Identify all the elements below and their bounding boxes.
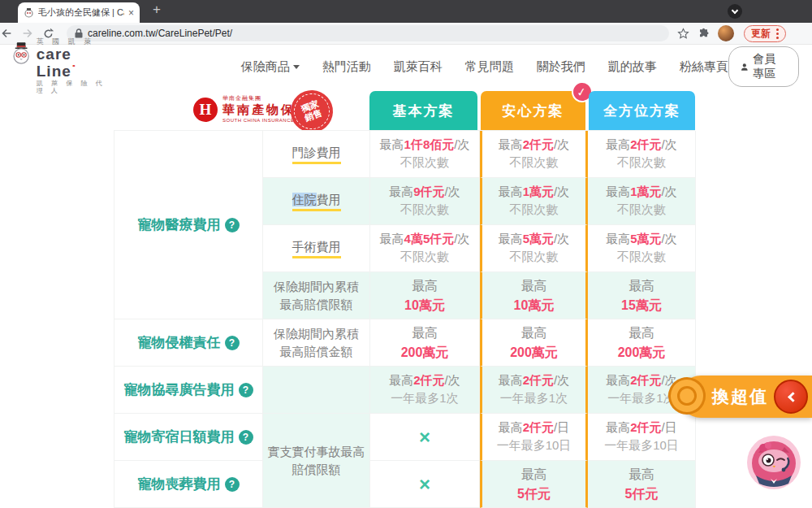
chevron-down-icon: [293, 65, 300, 69]
item-outpatient: 門診費用: [263, 131, 370, 178]
item-cumulative-limit: 保險期間內累積最高賠償限額: [263, 272, 370, 319]
plan-value-cell: 最高10萬元: [480, 272, 588, 319]
nav-encyclopedia[interactable]: 凱萊百科: [394, 59, 443, 75]
help-icon[interactable]: ?: [239, 383, 253, 397]
browser-toolbar: careline.com.tw/CareLinePet/Pet/ 更新: [0, 23, 812, 45]
tab-search-icon[interactable]: [728, 4, 742, 19]
collapse-arrow-button[interactable]: [774, 380, 808, 414]
plan-value-cell: 最高200萬元: [480, 319, 588, 367]
redeem-value-button[interactable]: 換超值: [680, 376, 812, 418]
member-label: 會員專區: [753, 52, 787, 81]
help-icon[interactable]: ?: [225, 336, 240, 350]
new-tab-button[interactable]: +: [153, 2, 161, 18]
address-bar[interactable]: careline.com.tw/CareLinePet/Pet/: [67, 25, 669, 41]
careline-logo[interactable]: 英 國 凱 萊 care Line˙ 凱 萊 保 險 代 理 人: [11, 38, 111, 94]
tab-title: 毛小孩的全民健保 | Care Line 英: [38, 7, 124, 19]
member-area-button[interactable]: 會員專區: [728, 46, 799, 87]
plan-value-cell: 最高15萬元: [588, 272, 696, 319]
main-nav: 保險商品 熱門活動 凱萊百科 常見問題 關於我們 凱的故事 粉絲專頁: [241, 59, 728, 75]
category-pet-funeral: 寵物喪葬費用?: [114, 461, 263, 508]
category-pet-liability: 寵物侵權責任?: [114, 319, 263, 367]
nav-story[interactable]: 凱的故事: [608, 59, 657, 75]
help-icon[interactable]: ?: [225, 477, 240, 492]
plan-value-cell: 最高200萬元: [370, 319, 480, 367]
text-selection: 住院: [292, 193, 317, 206]
extensions-puzzle-icon[interactable]: [698, 28, 710, 40]
comparison-table: 寵物醫療費用? 寵物侵權責任? 寵物協尋廣告費用? 寵物寄宿日額費用? 寵物喪葬…: [114, 130, 695, 508]
item-empty: [263, 367, 370, 414]
site-header: 英 國 凱 萊 care Line˙ 凱 萊 保 險 代 理 人 保險商品 熱門…: [0, 45, 812, 89]
browser-tab-strip: 毛小孩的全民健保 | Care Line 英 × +: [0, 0, 812, 23]
plan-value-cell: 最高200萬元: [588, 319, 696, 367]
plan-full-label: 全方位方案: [603, 102, 680, 120]
plan-tab-safe[interactable]: 安心方案 ✓: [481, 91, 585, 130]
plan-value-cell: ×: [370, 461, 480, 508]
nav-about[interactable]: 關於我們: [537, 59, 585, 75]
nav-activities[interactable]: 熱門活動: [322, 59, 371, 75]
plan-value-cell: 最高4萬5仟元/次 不限次數: [370, 225, 480, 272]
plan-value-cell: 最高2仟元/次 不限次數: [588, 131, 696, 178]
plan-value-cell: 最高2仟元/日 一年最多10日: [480, 414, 588, 461]
plan-safe-label: 安心方案: [503, 102, 564, 120]
plan-value-cell: 最高5仟元: [480, 461, 588, 508]
url-text: careline.com.tw/CareLinePet/Pet/: [88, 28, 232, 39]
category-pet-search-ad: 寵物協尋廣告費用?: [114, 367, 263, 414]
plan-value-cell: 最高2仟元/日 一年最多10日: [588, 414, 696, 461]
nav-fans[interactable]: 粉絲專頁: [680, 59, 728, 75]
favicon-owl-icon: [24, 7, 34, 18]
owl-mascot-icon: [745, 433, 802, 490]
logo-wordmark: care Line˙: [37, 46, 111, 80]
plan-tab-basic[interactable]: 基本方案: [369, 91, 477, 130]
browser-window: 毛小孩的全民健保 | Care Line 英 × + careline.com.…: [0, 0, 812, 508]
plan-value-cell: 最高5萬元/次 不限次數: [480, 225, 588, 272]
profile-avatar[interactable]: [718, 25, 734, 41]
cta-label: 換超值: [712, 385, 768, 408]
plan-value-cell: ×: [370, 414, 480, 461]
not-covered-icon: ×: [419, 473, 430, 496]
person-icon: [741, 62, 749, 72]
help-icon[interactable]: ?: [239, 430, 253, 445]
plan-tab-full[interactable]: 全方位方案: [589, 91, 695, 130]
bookmark-star-icon[interactable]: [677, 28, 689, 40]
category-pet-boarding: 寵物寄宿日額費用?: [114, 414, 263, 461]
more-menu-icon[interactable]: [776, 33, 779, 35]
plan-value-cell: 最高2仟元/次 一年最多1次: [480, 367, 588, 414]
plan-value-cell: 最高1萬元/次 不限次數: [480, 178, 588, 225]
plan-value-cell: 最高1仟8佰元/次 不限次數: [370, 131, 480, 178]
category-pet-medical: 寵物醫療費用?: [114, 131, 263, 319]
chrome-update-button[interactable]: 更新: [744, 25, 786, 42]
item-hospitalization: 住院費用: [263, 178, 370, 225]
owl-tophat-logo-icon: [11, 38, 32, 69]
plan-value-cell: 最高9仟元/次 不限次數: [370, 178, 480, 225]
plan-value-cell: 最高2仟元/次 不限次數: [480, 131, 588, 178]
tab-close-icon[interactable]: ×: [128, 7, 134, 19]
lock-icon: [75, 28, 83, 38]
nav-products[interactable]: 保險商品: [241, 59, 300, 75]
plan-value-cell: 最高1萬元/次 不限次數: [588, 178, 696, 225]
page-content: 英 國 凱 萊 care Line˙ 凱 萊 保 險 代 理 人 保險商品 熱門…: [0, 45, 812, 508]
help-icon[interactable]: ?: [225, 218, 240, 232]
not-covered-icon: ×: [419, 426, 430, 449]
browser-tab[interactable]: 毛小孩的全民健保 | Care Line 英 ×: [18, 2, 140, 23]
chat-owl-mascot[interactable]: [745, 433, 802, 490]
plan-value-cell: 最高10萬元: [370, 272, 480, 319]
nav-faq[interactable]: 常見問題: [465, 59, 514, 75]
logo-cn-bottom: 凱 萊 保 險 代 理 人: [37, 80, 111, 95]
item-actual-expense-limit: 實支實付事故最高賠償限額: [263, 414, 370, 508]
plan-value-cell: 最高2仟元/次 一年最多1次: [370, 367, 480, 414]
plan-basic-label: 基本方案: [393, 102, 455, 120]
plan-value-cell: 最高5仟元: [588, 461, 696, 508]
update-label: 更新: [751, 27, 771, 41]
plan-value-cell: 最高5萬元/次 不限次數: [588, 225, 696, 272]
item-cumulative-amount: 保險期間內累積最高賠償金額: [263, 319, 370, 367]
south-china-insurance-icon: H: [193, 98, 218, 122]
item-surgery: 手術費用: [263, 225, 370, 272]
